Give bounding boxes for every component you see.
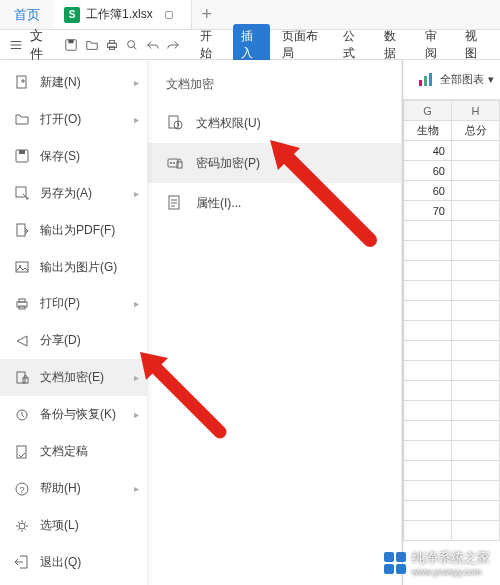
- submenu-label: 文档权限(U): [196, 115, 261, 132]
- workbook-name: 工作簿1.xlsx: [86, 6, 153, 23]
- file-menu-label[interactable]: 文件: [28, 27, 60, 63]
- print-icon[interactable]: [103, 34, 121, 56]
- print-icon: [14, 296, 30, 312]
- undo-icon[interactable]: [144, 34, 162, 56]
- menu-encrypt[interactable]: 文档加密(E) ▸: [0, 359, 147, 396]
- menu-label: 分享(D): [40, 332, 81, 349]
- share-icon: [14, 333, 30, 349]
- svg-point-22: [19, 523, 25, 529]
- cell[interactable]: 60: [404, 181, 452, 201]
- menu-export-pdf[interactable]: 输出为PDF(F): [0, 212, 147, 249]
- menu-share[interactable]: 分享(D): [0, 322, 147, 359]
- cell[interactable]: [452, 261, 500, 281]
- cell[interactable]: [452, 361, 500, 381]
- svg-point-26: [170, 162, 172, 164]
- cell[interactable]: 40: [404, 141, 452, 161]
- svg-text:?: ?: [19, 485, 24, 495]
- cell[interactable]: [404, 501, 452, 521]
- submenu-password[interactable]: 密码加密(P): [148, 143, 401, 183]
- watermark-name: 纯净系统之家: [412, 549, 490, 567]
- menu-backup[interactable]: 备份与恢复(K) ▸: [0, 396, 147, 433]
- ribbon-chart-area: 全部图表 ▾: [403, 60, 500, 100]
- cell[interactable]: [452, 441, 500, 461]
- cells-grid[interactable]: GH 生物总分 40 60 60 70: [403, 100, 500, 541]
- spreadsheet-icon: S: [64, 7, 80, 23]
- cell[interactable]: [404, 441, 452, 461]
- menu-export-image[interactable]: 输出为图片(G): [0, 249, 147, 286]
- menu-open[interactable]: 打开(O) ▸: [0, 101, 147, 138]
- menu-print[interactable]: 打印(P) ▸: [0, 286, 147, 323]
- cell[interactable]: [404, 261, 452, 281]
- menu-new[interactable]: 新建(N) ▸: [0, 64, 147, 101]
- menu-label: 退出(Q): [40, 554, 81, 571]
- cell[interactable]: [404, 521, 452, 541]
- menu-finalize[interactable]: 文档定稿: [0, 433, 147, 470]
- menu-label: 选项(L): [40, 517, 79, 534]
- col-header[interactable]: G: [404, 101, 452, 121]
- cell[interactable]: [452, 241, 500, 261]
- watermark-url: www.ycwsyy.com: [412, 567, 490, 577]
- submenu-title: 文档加密: [148, 70, 401, 103]
- tab-workbook[interactable]: S 工作簿1.xlsx: [54, 0, 192, 29]
- menu-saveas[interactable]: 另存为(A) ▸: [0, 175, 147, 212]
- cell[interactable]: 60: [404, 161, 452, 181]
- submenu-permissions[interactable]: 文档权限(U): [148, 103, 401, 143]
- folder-icon[interactable]: [83, 34, 101, 56]
- cell[interactable]: [452, 221, 500, 241]
- cell[interactable]: [404, 221, 452, 241]
- cell[interactable]: [404, 321, 452, 341]
- cell[interactable]: [452, 501, 500, 521]
- chart-button-label: 全部图表: [440, 72, 484, 87]
- cell[interactable]: 生物: [404, 121, 452, 141]
- menu-save[interactable]: 保存(S): [0, 138, 147, 175]
- svg-rect-11: [16, 262, 28, 272]
- finalize-icon: [14, 444, 30, 460]
- cell[interactable]: 总分: [452, 121, 500, 141]
- submenu-properties[interactable]: 属性(I)...: [148, 183, 401, 223]
- menu-help[interactable]: ? 帮助(H) ▸: [0, 470, 147, 507]
- menu-label: 输出为PDF(F): [40, 222, 115, 239]
- redo-icon[interactable]: [164, 34, 182, 56]
- col-header[interactable]: H: [452, 101, 500, 121]
- chart-icon: [418, 72, 436, 88]
- cell[interactable]: [404, 421, 452, 441]
- cell[interactable]: [452, 141, 500, 161]
- cell[interactable]: 70: [404, 201, 452, 221]
- cell[interactable]: [452, 161, 500, 181]
- cell[interactable]: [452, 421, 500, 441]
- cell[interactable]: [404, 481, 452, 501]
- cell[interactable]: [404, 341, 452, 361]
- cell[interactable]: [452, 301, 500, 321]
- submenu-label: 属性(I)...: [196, 195, 241, 212]
- preview-icon[interactable]: [123, 34, 141, 56]
- cell[interactable]: [404, 461, 452, 481]
- all-charts-button[interactable]: 全部图表 ▾: [418, 72, 494, 88]
- save-icon[interactable]: [62, 34, 80, 56]
- cell[interactable]: [452, 381, 500, 401]
- spreadsheet-area[interactable]: 全部图表 ▾ GH 生物总分 40 60 60 70: [402, 60, 500, 585]
- cell[interactable]: [404, 361, 452, 381]
- cell[interactable]: [452, 181, 500, 201]
- tab-home[interactable]: 首页: [0, 0, 54, 29]
- unsaved-indicator-icon: [165, 11, 173, 19]
- hamburger-icon[interactable]: [6, 34, 26, 56]
- cell[interactable]: [452, 321, 500, 341]
- menu-label: 文档加密(E): [40, 369, 104, 386]
- cell[interactable]: [452, 401, 500, 421]
- menu-options[interactable]: 选项(L): [0, 507, 147, 544]
- menu-label: 打印(P): [40, 295, 80, 312]
- menu-exit[interactable]: 退出(Q): [0, 544, 147, 581]
- cell[interactable]: [404, 241, 452, 261]
- cell[interactable]: [404, 401, 452, 421]
- cell[interactable]: [452, 481, 500, 501]
- cell[interactable]: [452, 341, 500, 361]
- cell[interactable]: [404, 301, 452, 321]
- cell[interactable]: [452, 201, 500, 221]
- svg-rect-6: [17, 76, 26, 88]
- cell[interactable]: [452, 281, 500, 301]
- cell[interactable]: [452, 521, 500, 541]
- cell[interactable]: [404, 281, 452, 301]
- cell[interactable]: [452, 461, 500, 481]
- cell[interactable]: [404, 381, 452, 401]
- chevron-right-icon: ▸: [134, 409, 139, 420]
